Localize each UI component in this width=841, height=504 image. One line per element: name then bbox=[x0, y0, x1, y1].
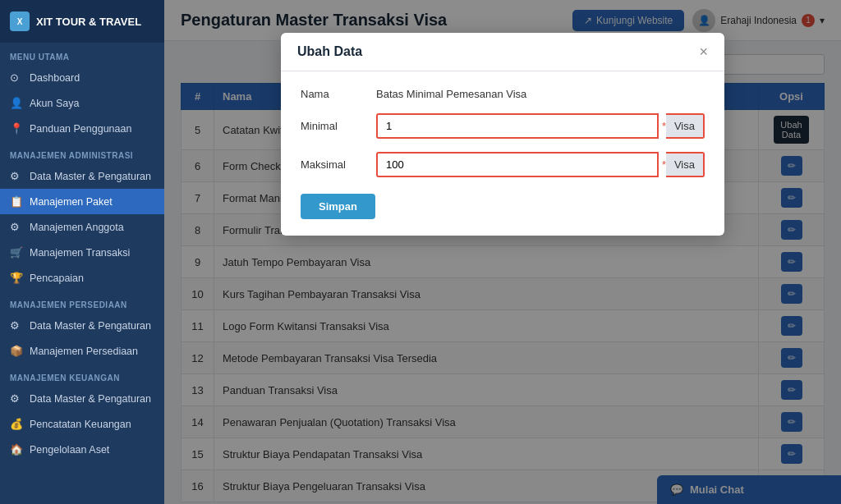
sidebar-item-pencatatan-keuangan[interactable]: 💰 Pencatatan Keuangan bbox=[0, 411, 164, 437]
trophy-icon: 🏆 bbox=[10, 272, 23, 284]
sidebar-item-label: Pencatatan Keuangan bbox=[30, 419, 131, 430]
maksimal-addon: Visa bbox=[666, 152, 705, 177]
sidebar-item-label: Manajemen Persediaan bbox=[30, 346, 138, 357]
sidebar-item-label: Manajemen Anggota bbox=[30, 222, 124, 233]
sidebar-item-akun-saya[interactable]: 👤 Akun Saya bbox=[0, 90, 164, 116]
form-row-minimal: Minimal * Visa bbox=[301, 113, 705, 139]
sidebar-item-label: Data Master & Pengaturan bbox=[30, 320, 151, 332]
box-icon: 📦 bbox=[10, 345, 23, 357]
sidebar-item-label: Panduan Penggunaan bbox=[30, 123, 131, 135]
sidebar-item-manajemen-transaksi[interactable]: 🛒 Manajemen Transaksi bbox=[0, 240, 164, 265]
field-nama-value: Batas Minimal Pemesanan Visa bbox=[376, 88, 526, 100]
field-minimal-label: Minimal bbox=[301, 120, 366, 132]
maksimal-input[interactable] bbox=[376, 152, 659, 177]
sidebar-item-manajemen-anggota[interactable]: ⚙ Manajemen Anggota bbox=[0, 214, 164, 240]
logo-icon: X bbox=[10, 11, 30, 31]
sidebar-item-data-master-keuangan[interactable]: ⚙ Data Master & Pengaturan bbox=[0, 386, 164, 411]
sidebar-item-manajemen-persediaan[interactable]: 📦 Manajemen Persediaan bbox=[0, 338, 164, 364]
app-logo: X XIT TOUR & TRAVEL bbox=[0, 0, 164, 43]
section-menu-utama: MENU UTAMA bbox=[0, 43, 164, 65]
modal: Ubah Data × Nama Batas Minimal Pemesanan… bbox=[281, 33, 724, 236]
package-icon: 📋 bbox=[10, 195, 23, 208]
field-nama-label: Nama bbox=[301, 88, 366, 100]
minimal-input[interactable] bbox=[376, 113, 659, 139]
sidebar-item-label: Data Master & Pengaturan bbox=[30, 171, 151, 182]
sidebar-item-data-master-admin[interactable]: ⚙ Data Master & Pengaturan bbox=[0, 163, 164, 189]
sidebar-item-label: Manajemen Transaksi bbox=[30, 247, 130, 259]
section-manajemen-administrasi: MANAJEMEN ADMINISTRASI bbox=[0, 141, 164, 163]
gear-icon-2: ⚙ bbox=[10, 319, 23, 332]
field-maksimal-group: * Visa bbox=[376, 152, 705, 177]
section-manajemen-persediaan: MANAJEMEN PERSEDIAAN bbox=[0, 291, 164, 313]
simpan-button[interactable]: Simpan bbox=[301, 194, 375, 219]
section-manajemen-keuangan: MANAJEMEN KEUANGAN bbox=[0, 364, 164, 386]
sidebar-item-data-master-persediaan[interactable]: ⚙ Data Master & Pengaturan bbox=[0, 313, 164, 338]
logo-text: XIT TOUR & TRAVEL bbox=[36, 16, 141, 28]
main-content: Pengaturan Master Transaksi Visa ↗ Kunju… bbox=[164, 0, 841, 504]
form-row-nama: Nama Batas Minimal Pemesanan Visa bbox=[301, 88, 705, 100]
gear-icon: ⚙ bbox=[10, 170, 23, 182]
modal-overlay: Ubah Data × Nama Batas Minimal Pemesanan… bbox=[164, 0, 841, 504]
field-minimal-group: * Visa bbox=[376, 113, 705, 139]
sidebar-item-pencapaian[interactable]: 🏆 Pencapaian bbox=[0, 265, 164, 291]
minimal-addon: Visa bbox=[666, 113, 705, 139]
sidebar-item-label: Pengelolaan Aset bbox=[30, 444, 109, 456]
field-maksimal-label: Maksimal bbox=[301, 158, 366, 171]
sidebar-item-label: Dashboard bbox=[30, 72, 80, 84]
dashboard-icon: ⊙ bbox=[10, 71, 23, 84]
modal-close-button[interactable]: × bbox=[699, 44, 708, 59]
sidebar-item-label: Data Master & Pengaturan bbox=[30, 393, 151, 405]
pin-icon: 📍 bbox=[10, 122, 23, 135]
sidebar-item-dashboard[interactable]: ⊙ Dashboard bbox=[0, 65, 164, 90]
home-icon: 🏠 bbox=[10, 443, 23, 456]
cart-icon: 🛒 bbox=[10, 246, 23, 259]
sidebar-item-panduan[interactable]: 📍 Panduan Penggunaan bbox=[0, 116, 164, 141]
sidebar-item-pengelolaan-aset[interactable]: 🏠 Pengelolaan Aset bbox=[0, 437, 164, 462]
modal-header: Ubah Data × bbox=[281, 33, 724, 71]
sidebar-item-label: Manajemen Paket bbox=[30, 196, 113, 208]
sidebar-item-manajemen-paket[interactable]: 📋 Manajemen Paket bbox=[0, 189, 164, 214]
user-icon: 👤 bbox=[10, 97, 23, 109]
money-icon: 💰 bbox=[10, 418, 23, 430]
sidebar: X XIT TOUR & TRAVEL MENU UTAMA ⊙ Dashboa… bbox=[0, 0, 164, 504]
sidebar-item-label: Pencapaian bbox=[30, 273, 84, 284]
sidebar-item-label: Akun Saya bbox=[30, 98, 79, 109]
form-row-maksimal: Maksimal * Visa bbox=[301, 152, 705, 177]
modal-title: Ubah Data bbox=[297, 44, 362, 59]
members-icon: ⚙ bbox=[10, 221, 23, 233]
gear-icon-3: ⚙ bbox=[10, 392, 23, 405]
modal-body: Nama Batas Minimal Pemesanan Visa Minima… bbox=[281, 71, 724, 236]
